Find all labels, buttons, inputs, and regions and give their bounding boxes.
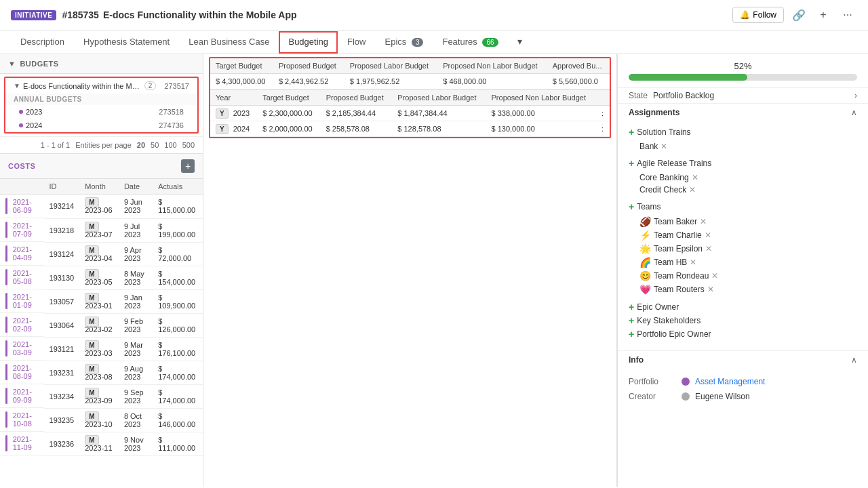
portfolio-epic-owner-add[interactable]: + bbox=[629, 329, 634, 340]
portfolio-value[interactable]: Asset Management bbox=[695, 377, 765, 386]
info-header[interactable]: Info ∧ bbox=[618, 351, 868, 369]
per-page-500[interactable]: 500 bbox=[182, 141, 195, 149]
team-remove[interactable]: ✕ bbox=[705, 230, 711, 240]
collapse-icon[interactable]: ▼ bbox=[8, 60, 16, 68]
state-arrow[interactable]: › bbox=[854, 91, 857, 100]
core-banking-remove[interactable]: ✕ bbox=[692, 173, 698, 182]
budgets-label: BUDGETS bbox=[20, 60, 58, 68]
cost-date-label: 2021-06-09 bbox=[0, 195, 44, 218]
epic-owner-add[interactable]: + bbox=[629, 302, 634, 312]
cost-date-label: 2021-05-08 bbox=[0, 266, 44, 289]
per-page-50[interactable]: 50 bbox=[151, 141, 159, 149]
teams-header[interactable]: + Teams bbox=[629, 201, 857, 212]
annual-proposed: $ 2,185,384.44 bbox=[321, 106, 393, 121]
per-page-20[interactable]: 20 bbox=[137, 141, 145, 149]
team-remove[interactable]: ✕ bbox=[711, 271, 718, 281]
cost-id: 193130 bbox=[44, 266, 80, 289]
follow-button[interactable]: 🔔 Follow bbox=[732, 7, 784, 23]
cost-full-date: 9 Jan 2023 bbox=[119, 289, 153, 313]
info-chevron: ∧ bbox=[851, 355, 857, 365]
costs-section-header: COSTS + bbox=[0, 153, 203, 179]
tab-description[interactable]: Description bbox=[11, 31, 74, 54]
annual-target: $ 2,300,000.00 bbox=[257, 106, 320, 121]
cost-actuals: $ 154,000.00 bbox=[153, 266, 203, 289]
teams-list: 🏈 Team Baker ✕ ⚡ Team Charlie ✕ 🌟 Team E… bbox=[629, 215, 857, 296]
art-add[interactable]: + bbox=[629, 158, 634, 169]
team-item: ⚡ Team Charlie ✕ bbox=[629, 228, 857, 242]
solution-trains-label: Solution Trains bbox=[637, 127, 690, 137]
credit-check-remove[interactable]: ✕ bbox=[689, 185, 696, 195]
cost-month: M 2023-10 bbox=[79, 408, 119, 432]
team-remove[interactable]: ✕ bbox=[707, 285, 714, 294]
add-icon-button[interactable]: + bbox=[814, 5, 833, 24]
team-remove[interactable]: ✕ bbox=[690, 258, 696, 267]
costs-col-id: ID bbox=[44, 179, 80, 195]
info-content: Portfolio Asset Management Creator Eugen… bbox=[618, 369, 868, 409]
art-header[interactable]: + Agile Release Trains bbox=[629, 158, 857, 169]
tab-budgeting[interactable]: Budgeting bbox=[279, 31, 338, 54]
portfolio-label: Portfolio bbox=[629, 377, 676, 386]
annual-row-2024[interactable]: 2024 274736 bbox=[5, 119, 197, 132]
costs-table: ID Month Date Actuals 2021-06-09 193214 … bbox=[0, 179, 203, 456]
tab-epics[interactable]: Epics 3 bbox=[375, 31, 433, 54]
cost-full-date: 8 May 2023 bbox=[119, 266, 153, 289]
cost-full-date: 8 Oct 2023 bbox=[119, 408, 153, 432]
bank-remove[interactable]: ✕ bbox=[660, 142, 667, 151]
teams-add[interactable]: + bbox=[629, 201, 634, 212]
tab-flow[interactable]: Flow bbox=[338, 31, 375, 54]
cost-actuals: $ 72,000.00 bbox=[153, 242, 203, 266]
per-page-100[interactable]: 100 bbox=[164, 141, 176, 149]
cost-row: 2021-08-09 193231 M 2023-08 9 Aug 2023 $… bbox=[0, 361, 203, 384]
col-proposed-budget: Proposed Budget bbox=[273, 58, 344, 74]
cost-month: M 2023-02 bbox=[79, 313, 119, 337]
tab-features[interactable]: Features 66 bbox=[433, 31, 507, 54]
annual-row: Y 2024 $ 2,000,000.00 $ 258,578.08 $ 128… bbox=[210, 121, 610, 137]
features-badge: 66 bbox=[482, 38, 498, 47]
team-icon: 😊 bbox=[639, 270, 651, 281]
cost-actuals: $ 176,100.00 bbox=[153, 337, 203, 361]
solution-train-bank: Bank ✕ bbox=[629, 140, 857, 152]
more-icon-button[interactable]: ··· bbox=[838, 5, 857, 24]
cost-row: 2021-05-08 193130 M 2023-05 8 May 2023 $… bbox=[0, 266, 203, 289]
key-stakeholders-header[interactable]: + Key Stakeholders bbox=[629, 315, 857, 326]
sub-col-year: Year bbox=[210, 90, 257, 106]
solution-trains-header[interactable]: + Solution Trains bbox=[629, 127, 857, 138]
solution-trains-group: + Solution Trains Bank ✕ bbox=[629, 127, 857, 152]
annual-row-2023[interactable]: 2023 273518 bbox=[5, 105, 197, 119]
solution-trains-add[interactable]: + bbox=[629, 127, 634, 138]
bank-label: Bank bbox=[639, 142, 658, 151]
content-area: Target Budget Proposed Budget Proposed L… bbox=[203, 54, 617, 487]
creator-dot bbox=[682, 392, 690, 401]
add-cost-button[interactable]: + bbox=[181, 159, 195, 173]
team-icon: 💗 bbox=[639, 284, 651, 295]
assignments-title: Assignments bbox=[629, 108, 679, 117]
link-icon-button[interactable]: 🔗 bbox=[789, 5, 808, 24]
team-item: 😊 Team Rondeau ✕ bbox=[629, 269, 857, 283]
cost-date-label: 2021-09-09 bbox=[0, 384, 44, 408]
entities-per-page-label: Entities per page bbox=[75, 141, 132, 149]
dot-2024 bbox=[19, 123, 23, 127]
cost-row: 2021-11-09 193236 M 2023-11 9 Nov 2023 $… bbox=[0, 432, 203, 455]
cost-row: 2021-10-08 193235 M 2023-10 8 Oct 2023 $… bbox=[0, 408, 203, 432]
tab-more[interactable]: ▾ bbox=[508, 30, 532, 54]
team-remove[interactable]: ✕ bbox=[700, 217, 707, 226]
epic-owner-header[interactable]: + Epic Owner bbox=[629, 302, 857, 312]
annual-proposed: $ 258,578.08 bbox=[321, 121, 393, 137]
team-remove[interactable]: ✕ bbox=[705, 244, 712, 253]
tab-hypothesis[interactable]: Hypothesis Statement bbox=[74, 31, 179, 54]
state-label: State bbox=[629, 91, 648, 100]
budget-tree-item[interactable]: ▼ E-docs Functionality within the Mobile… bbox=[5, 78, 197, 94]
bell-icon: 🔔 bbox=[740, 10, 750, 20]
annual-labor: $ 1,847,384.44 bbox=[392, 106, 486, 121]
tab-lean[interactable]: Lean Business Case bbox=[179, 31, 279, 54]
team-icon: 🏈 bbox=[639, 216, 651, 227]
key-stakeholders-add[interactable]: + bbox=[629, 315, 634, 326]
sub-col-target: Target Budget bbox=[257, 90, 320, 106]
cost-full-date: 9 Jun 2023 bbox=[119, 195, 153, 219]
year-2023-id: 273518 bbox=[159, 108, 184, 116]
team-icon: ⚡ bbox=[639, 230, 651, 241]
assignments-header[interactable]: Assignments ∧ bbox=[618, 104, 868, 121]
sub-col-labor: Proposed Labor Budget bbox=[392, 90, 486, 106]
portfolio-epic-owner-header[interactable]: + Portfolio Epic Owner bbox=[629, 329, 857, 340]
cost-actuals: $ 146,000.00 bbox=[153, 408, 203, 432]
